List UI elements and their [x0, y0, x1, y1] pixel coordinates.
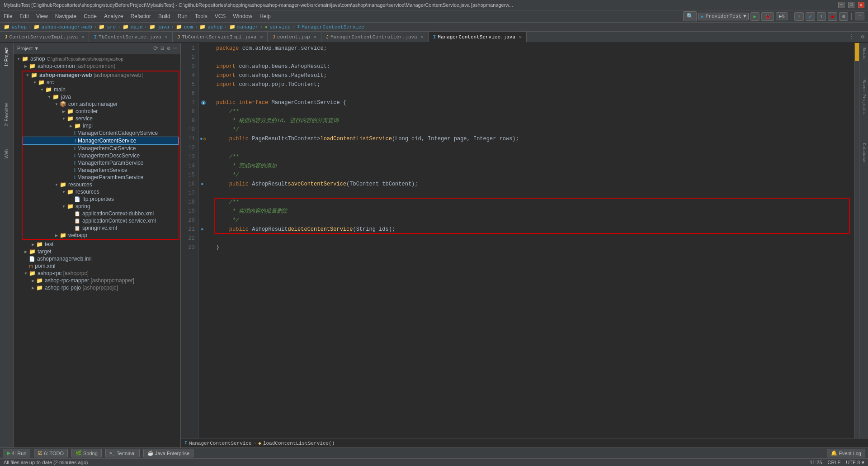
tab-manager-controller[interactable]: J ManagerContentController.java ✕: [321, 32, 429, 42]
tree-item-impl[interactable]: 📁 impl: [23, 122, 179, 129]
tree-item-test[interactable]: 📁 test: [14, 241, 180, 248]
menu-code[interactable]: Code: [80, 12, 100, 20]
settings-button[interactable]: ⚙: [839, 12, 849, 21]
breadcrumb-src[interactable]: src: [107, 24, 116, 30]
tree-item-resources[interactable]: 📁 resources: [23, 188, 179, 195]
editor-minimap[interactable]: [854, 43, 859, 438]
tab-content-jsp[interactable]: J content.jsp ✕: [268, 32, 321, 42]
tree-item-rpc-mapper[interactable]: 📁 ashop-rpc-mapper [ashoprpcmapper]: [14, 277, 180, 284]
breadcrumb-ashop2[interactable]: ashop: [208, 24, 222, 30]
status-encoding[interactable]: UTF-8 ♥: [846, 460, 864, 465]
breadcrumb-ashop[interactable]: ashop: [12, 24, 27, 30]
git-commit-button[interactable]: ✔: [806, 12, 815, 21]
git-update-button[interactable]: ⬇: [794, 12, 804, 21]
tree-item-ftp-properties[interactable]: 📄 ftp.properties: [23, 195, 179, 203]
breadcrumb-manager-web[interactable]: ashop-manager-web: [42, 24, 92, 30]
project-header-actions[interactable]: ⟳ ⊟ ⚙ ─: [153, 45, 177, 52]
breadcrumb-java[interactable]: java: [157, 24, 169, 30]
gutter-interface-icon[interactable]: I: [199, 98, 212, 107]
panel-tab-project[interactable]: 1: Project: [2, 43, 11, 71]
tree-item-paramitem-service[interactable]: I ManagerParamItemService: [23, 174, 179, 181]
breadcrumb-interface-name[interactable]: ManagerContentService: [189, 441, 252, 446]
menu-analyze[interactable]: Analyze: [100, 12, 127, 20]
menu-build[interactable]: Build: [155, 12, 174, 20]
tree-item-iml[interactable]: 📄 ashopmanagerweb.iml: [14, 255, 180, 262]
tab-close-1[interactable]: ✕: [165, 34, 168, 40]
gutter-method-icon[interactable]: ● ◇: [199, 134, 212, 143]
tree-item-pom[interactable]: m pom.xml: [14, 262, 180, 270]
breadcrumb-manager[interactable]: manager: [237, 24, 258, 30]
tree-item-ashop-common[interactable]: 📁 ashop-common [ashopcommon]: [14, 62, 180, 70]
run-configuration-select[interactable]: ▶ ProviderTest ▼: [698, 13, 748, 20]
tree-item-controller[interactable]: 📁 controller: [23, 108, 179, 115]
tab-close-2[interactable]: ✕: [260, 34, 263, 40]
status-crlf[interactable]: CRLF: [828, 460, 841, 465]
git-push-button[interactable]: ⬆: [817, 12, 826, 21]
menu-vcs[interactable]: VCS: [211, 12, 230, 20]
breadcrumb-com[interactable]: com: [184, 24, 193, 30]
event-log-button[interactable]: 🔔 Event Log: [827, 449, 865, 457]
structure-toggle-button[interactable]: ≡: [855, 12, 864, 20]
tree-item-content-service[interactable]: I ManagerContentService: [23, 137, 179, 145]
tree-item-java[interactable]: 📁 java: [23, 93, 179, 100]
tree-item-service[interactable]: 📁 service: [23, 115, 179, 122]
tree-item-webapp[interactable]: 📁 webapp: [23, 232, 179, 239]
gutter-method3-icon[interactable]: ●: [199, 225, 212, 234]
tree-item-service-xml[interactable]: 📋 applicationContext-service.xml: [23, 217, 179, 224]
menu-tools[interactable]: Tools: [191, 12, 211, 20]
tree-item-spring[interactable]: 📁 spring: [23, 203, 179, 210]
tab-settings-button[interactable]: ⚙: [858, 32, 868, 42]
close-button[interactable]: ✕: [858, 2, 864, 8]
window-controls[interactable]: ─ □ ✕: [838, 2, 864, 8]
stop-button[interactable]: ◼: [828, 12, 837, 21]
tree-item-itemparam-service[interactable]: I ManagerItemParamService: [23, 159, 179, 166]
menu-refactor[interactable]: Refactor: [127, 12, 155, 20]
breadcrumb-main[interactable]: main: [131, 24, 142, 30]
tree-item-itemcat-service[interactable]: I ManagerItemCatService: [23, 145, 179, 152]
menu-view[interactable]: View: [33, 12, 52, 20]
tab-tbcontent-service-impl[interactable]: J TbContentServiceImpl.java ✕: [173, 32, 268, 42]
tree-item-springmvc-xml[interactable]: 📋 springmvc.xml: [23, 224, 179, 232]
spring-tab-button[interactable]: 🌿 Spring: [71, 449, 102, 457]
tab-overflow-button[interactable]: ⋮: [845, 32, 858, 42]
tree-item-main[interactable]: 📁 main: [23, 86, 179, 93]
tree-item-rpc-pojo[interactable]: 📁 ashop-rpc-pojo [ashoprpcpojo]: [14, 284, 180, 291]
menu-navigate[interactable]: Navigate: [52, 12, 80, 20]
panel-tab-favorites[interactable]: 2: Favorites: [2, 98, 11, 131]
breadcrumb-method-name[interactable]: loadContentListService(): [263, 441, 335, 446]
tab-manager-content-service[interactable]: I ManagerContentService.java ✕: [429, 32, 527, 42]
breadcrumb-service-file[interactable]: ManagerContentService: [302, 24, 364, 30]
search-everywhere-button[interactable]: 🔍: [683, 11, 697, 21]
tab-close-0[interactable]: ✕: [81, 34, 84, 40]
tree-item-category-service[interactable]: I ManagerContentCategoryService: [23, 129, 179, 137]
run-tab-button[interactable]: ▶ 4: Run: [3, 449, 30, 457]
maximize-button[interactable]: □: [848, 2, 854, 8]
tree-item-package[interactable]: 📦 com.ashop.manager: [23, 100, 179, 108]
menu-help[interactable]: Help: [256, 12, 274, 20]
code-editor[interactable]: package com.ashop.manager.service; impor…: [212, 43, 854, 438]
project-settings-icon[interactable]: ⚙: [167, 45, 170, 52]
tab-close-3[interactable]: ✕: [314, 34, 316, 40]
right-tab-maven[interactable]: Maven Projects: [861, 77, 867, 117]
minimize-button[interactable]: ─: [838, 2, 844, 8]
tree-item-item-service[interactable]: I ManagerItemService: [23, 166, 179, 174]
coverage-button[interactable]: ▶%: [776, 12, 788, 20]
tab-content-service-impl[interactable]: J ContentServiceImpl.java ✕: [0, 32, 89, 42]
todo-tab-button[interactable]: ☑ 6: TODO: [34, 449, 68, 457]
debug-button[interactable]: 🐞: [761, 12, 774, 21]
tree-item-resources-parent[interactable]: 📁 resources: [23, 181, 179, 188]
gutter-method2-icon[interactable]: ●: [199, 180, 212, 189]
panel-tab-web[interactable]: Web: [2, 145, 11, 163]
menu-file[interactable]: File: [0, 12, 16, 20]
run-button[interactable]: ▶: [750, 12, 760, 21]
tree-item-ashop-manager-web[interactable]: 📁 ashop-manager-web [ashopmanagerweb]: [23, 71, 179, 79]
tab-tbcontent-service[interactable]: I TbContentService.java ✕: [89, 32, 172, 42]
menu-run[interactable]: Run: [174, 12, 191, 20]
tree-item-ashoprpc[interactable]: 📁 ashop-rpc [ashoprpc]: [14, 270, 180, 277]
terminal-tab-button[interactable]: >_ Terminal: [105, 449, 140, 457]
tab-close-5[interactable]: ✕: [519, 34, 522, 40]
tree-item-src[interactable]: 📁 src: [23, 79, 179, 86]
tree-item-target[interactable]: 📁 target: [14, 248, 180, 255]
project-sync-icon[interactable]: ⟳: [153, 45, 158, 52]
menu-edit[interactable]: Edit: [16, 12, 33, 20]
